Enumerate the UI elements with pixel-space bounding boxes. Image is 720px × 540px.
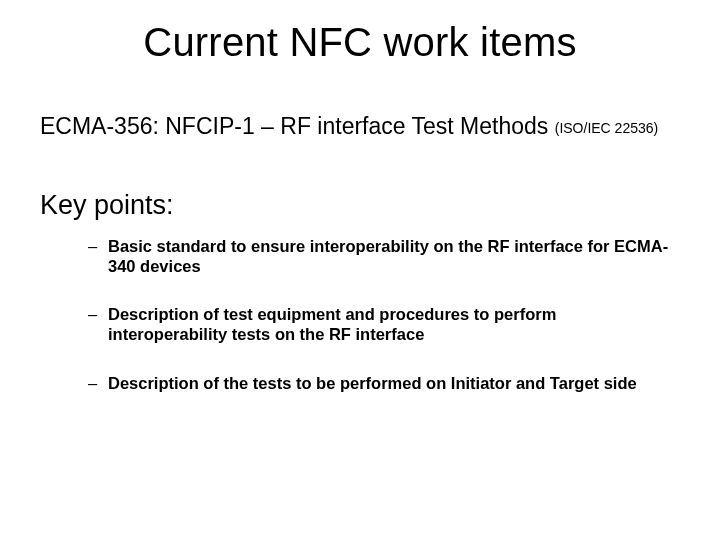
section-heading: Key points: xyxy=(40,190,174,221)
list-item: Basic standard to ensure interoperabilit… xyxy=(88,236,670,276)
slide: Current NFC work items ECMA-356: NFCIP-1… xyxy=(0,0,720,540)
list-item: Description of test equipment and proced… xyxy=(88,304,670,344)
subtitle-suffix: (ISO/IEC 22536) xyxy=(555,120,659,136)
bullet-list: Basic standard to ensure interoperabilit… xyxy=(88,236,670,421)
subtitle-main: ECMA-356: NFCIP-1 – RF interface Test Me… xyxy=(40,113,555,139)
slide-subtitle: ECMA-356: NFCIP-1 – RF interface Test Me… xyxy=(40,113,658,140)
list-item: Description of the tests to be performed… xyxy=(88,373,670,393)
slide-title: Current NFC work items xyxy=(0,20,720,65)
